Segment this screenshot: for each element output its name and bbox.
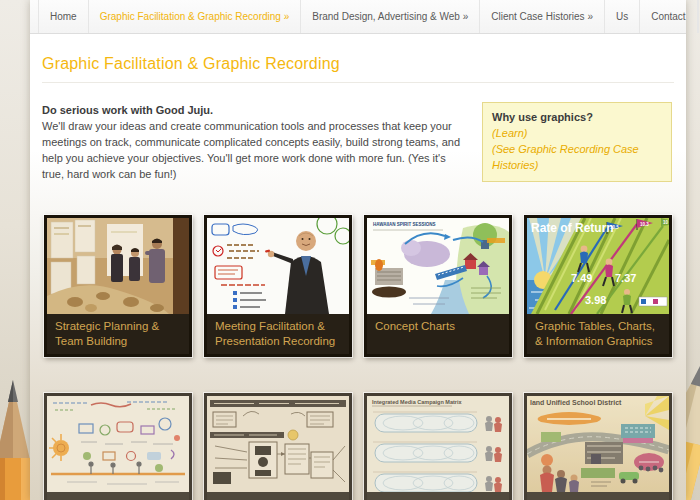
history-map-image — [47, 396, 189, 492]
work-template-image: Integrated Media Campaign Matrix — [367, 396, 509, 492]
nav-item-home[interactable]: Home — [38, 0, 89, 33]
tile-row-1: Strategic Planning & Team Building — [30, 215, 686, 357]
tile-row-2: History Maps — [30, 393, 686, 500]
template-title-text: Integrated Media Campaign Matrix — [372, 399, 462, 405]
value-3: 3.98 — [585, 294, 606, 306]
tile-caption: Concept Charts — [367, 314, 509, 354]
concept-chart-image: HAWAIIAN SPIRIT SESSIONS — [367, 218, 509, 314]
intro-paragraph: Do serious work with Good Juju. We'll dr… — [42, 102, 462, 182]
tile-caption: Process Maps — [207, 492, 349, 500]
rate-of-return-infographic: 10.5 10.3 10 7.49 7.3 — [527, 218, 669, 314]
value-1: 7.49 — [571, 272, 592, 284]
nav-item-us[interactable]: Us — [605, 0, 640, 33]
tile-caption: Graphic Tables, Charts, & Information Gr… — [527, 314, 669, 354]
tile-caption: Meeting Facilitation & Presentation Reco… — [207, 314, 349, 354]
intro-body: We'll draw your ideas and create communi… — [42, 120, 460, 180]
nav-item-brand-design[interactable]: Brand Design, Advertising & Web » — [301, 0, 480, 33]
tile-caption: Finish Services — [527, 492, 669, 500]
tile-caption: Custom Work Templates — [367, 492, 509, 500]
why-use-graphics-box: Why use graphics? (Learn) (See Graphic R… — [482, 102, 672, 182]
nav-item-client-case-histories[interactable]: Client Case Histories » — [480, 0, 605, 33]
meeting-facilitation-photo — [207, 218, 349, 314]
tile-strategic-planning[interactable]: Strategic Planning & Team Building — [44, 215, 192, 357]
nav-item-contact[interactable]: Contact — [640, 0, 697, 33]
value-2: 7.37 — [615, 272, 636, 284]
nav-item-graphic-facilitation[interactable]: Graphic Facilitation & Graphic Recording… — [89, 0, 302, 33]
page-title: Graphic Facilitation & Graphic Recording — [42, 55, 674, 73]
tile-information-graphics[interactable]: 10.5 10.3 10 7.49 7.3 — [524, 215, 672, 357]
intro-heading: Do serious work with Good Juju. — [42, 104, 213, 116]
tile-meeting-facilitation[interactable]: Meeting Facilitation & Presentation Reco… — [204, 215, 352, 357]
tile-history-maps[interactable]: History Maps — [44, 393, 192, 500]
concept-chart-title-text: HAWAIIAN SPIRIT SESSIONS — [373, 222, 436, 227]
rate-of-return-title: Rate of Return — [531, 221, 614, 235]
process-map-image — [207, 396, 349, 492]
flag-value-3: 10 — [663, 220, 669, 225]
tile-concept-charts[interactable]: HAWAIIAN SPIRIT SESSIONS — [364, 215, 512, 357]
mural-title-text: land Unified School District — [530, 399, 622, 406]
tile-custom-work-templates[interactable]: Integrated Media Campaign Matrix — [364, 393, 512, 500]
learn-link[interactable]: (Learn) — [492, 125, 662, 141]
why-box-heading: Why use graphics? — [492, 110, 662, 125]
case-histories-link[interactable]: (See Graphic Recording Case Histories) — [492, 141, 662, 173]
flag-value-2: 10.3 — [640, 222, 649, 227]
tile-finish-services[interactable]: land Unified School District — [524, 393, 672, 500]
tile-caption: History Maps — [47, 492, 189, 500]
strategic-planning-photo — [47, 218, 189, 314]
content-card: Home Graphic Facilitation & Graphic Reco… — [30, 0, 686, 500]
finish-services-mural: land Unified School District — [527, 396, 669, 492]
tile-caption: Strategic Planning & Team Building — [47, 314, 189, 354]
top-nav: Home Graphic Facilitation & Graphic Reco… — [30, 0, 686, 34]
tile-process-maps[interactable]: Process Maps — [204, 393, 352, 500]
